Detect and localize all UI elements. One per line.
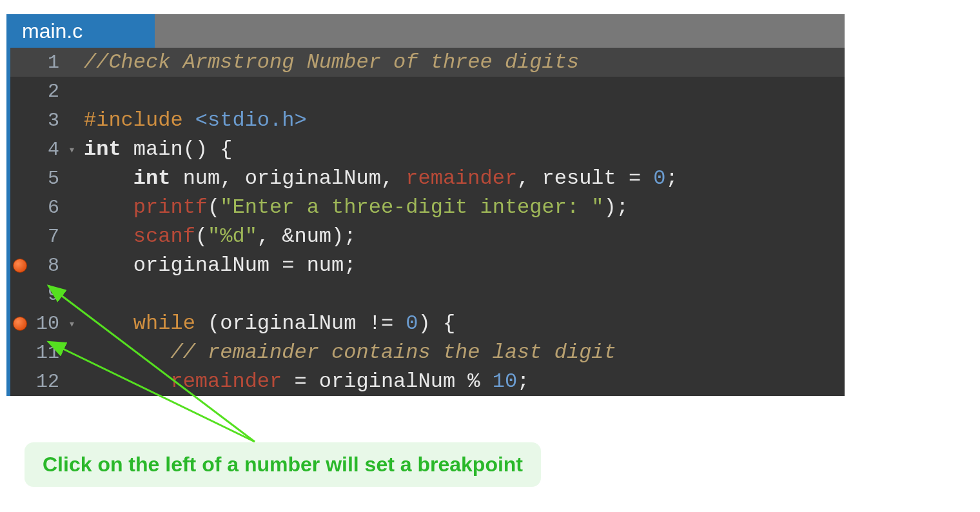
code-area[interactable]: 1 //Check Armstrong Number of three digi…	[6, 48, 845, 396]
line-number[interactable]: 12	[30, 371, 68, 393]
code-line-8[interactable]: 8 originalNum = num;	[10, 251, 845, 280]
code-line-6[interactable]: 6 printf("Enter a three-digit integer: "…	[10, 193, 845, 222]
code-content[interactable]: remainder = originalNum % 10;	[84, 369, 845, 393]
tab-bar-empty	[155, 14, 845, 48]
code-content[interactable]: originalNum = num;	[84, 253, 845, 277]
breakpoint-gutter[interactable]	[10, 317, 30, 331]
code-content[interactable]: //Check Armstrong Number of three digits	[84, 50, 845, 74]
code-line-10[interactable]: 10 ▾ while (originalNum != 0) {	[10, 309, 845, 338]
line-number[interactable]: 10	[30, 313, 68, 335]
annotation-text: Click on the left of a number will set a…	[43, 453, 523, 476]
code-content[interactable]: int main() {	[84, 137, 845, 161]
breakpoint-gutter[interactable]	[10, 259, 30, 273]
line-number[interactable]: 9	[30, 284, 68, 306]
fold-toggle[interactable]: ▾	[68, 143, 84, 157]
code-line-5[interactable]: 5 int num, originalNum, remainder, resul…	[10, 164, 845, 193]
chevron-down-icon: ▾	[68, 143, 75, 157]
code-content[interactable]: // remainder contains the last digit	[84, 340, 845, 364]
code-content[interactable]: while (originalNum != 0) {	[84, 311, 845, 335]
code-content[interactable]: printf("Enter a three-digit integer: ");	[84, 195, 845, 219]
line-number[interactable]: 2	[30, 81, 68, 103]
line-number[interactable]: 3	[30, 110, 68, 132]
line-number[interactable]: 4	[30, 139, 68, 161]
line-number[interactable]: 11	[30, 342, 68, 364]
tab-bar: main.c	[6, 14, 845, 48]
code-line-3[interactable]: 3 #include <stdio.h>	[10, 106, 845, 135]
editor-container: main.c 1 //Check Armstrong Number of thr…	[6, 14, 845, 396]
line-number[interactable]: 8	[30, 255, 68, 277]
line-number[interactable]: 5	[30, 168, 68, 190]
annotation-callout: Click on the left of a number will set a…	[24, 442, 541, 487]
code-content[interactable]: #include <stdio.h>	[84, 108, 845, 132]
chevron-down-icon: ▾	[68, 317, 75, 331]
code-line-4[interactable]: 4 ▾ int main() {	[10, 135, 845, 164]
line-number[interactable]: 1	[30, 52, 68, 74]
code-line-2[interactable]: 2	[10, 77, 845, 106]
code-line-11[interactable]: 11 // remainder contains the last digit	[10, 338, 845, 367]
code-line-7[interactable]: 7 scanf("%d", &num);	[10, 222, 845, 251]
tab-filename: main.c	[22, 19, 83, 43]
code-line-1[interactable]: 1 //Check Armstrong Number of three digi…	[10, 48, 845, 77]
code-content[interactable]: int num, originalNum, remainder, result …	[84, 166, 845, 190]
code-line-12[interactable]: 12 remainder = originalNum % 10;	[10, 367, 845, 396]
tab-main-c[interactable]: main.c	[6, 14, 155, 48]
fold-toggle[interactable]: ▾	[68, 317, 84, 331]
breakpoint-icon[interactable]	[13, 259, 27, 273]
code-content[interactable]: scanf("%d", &num);	[84, 224, 845, 248]
line-number[interactable]: 7	[30, 226, 68, 248]
line-number[interactable]: 6	[30, 197, 68, 219]
breakpoint-icon[interactable]	[13, 317, 27, 331]
code-line-9[interactable]: 9	[10, 280, 845, 309]
